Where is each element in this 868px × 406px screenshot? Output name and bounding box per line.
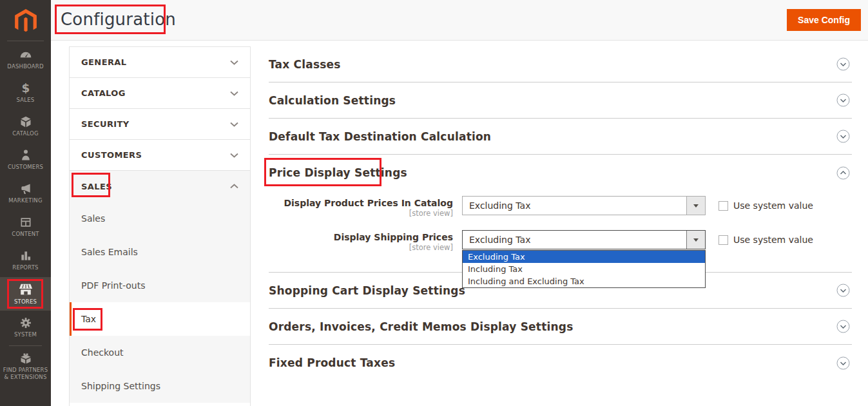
select-value: Excluding Tax	[469, 200, 530, 211]
nav-subitem-label: Shipping Settings	[81, 381, 160, 391]
dashboard-icon	[19, 48, 32, 61]
sidebar-item-label: FIND PARTNERS & EXTENSIONS	[3, 367, 49, 380]
nav-section-catalog[interactable]: CATALOG	[70, 78, 250, 109]
accordion-title: Orders, Invoices, Credit Memos Display S…	[269, 320, 573, 333]
nav-subitem-checkout[interactable]: Checkout	[70, 336, 250, 369]
circle-chevron-up-icon[interactable]	[836, 166, 850, 180]
select-wrap: Excluding Tax	[462, 196, 706, 215]
accordion-title: Calculation Settings	[269, 94, 396, 107]
chevron-down-icon	[230, 60, 238, 65]
nav-section-security[interactable]: SECURITY	[70, 109, 250, 140]
nav-subitem-sales-emails[interactable]: Sales Emails	[70, 235, 250, 269]
chevron-down-icon	[230, 122, 238, 127]
bar-chart-icon	[19, 249, 32, 262]
display-product-prices-select[interactable]: Excluding Tax	[462, 196, 706, 215]
nav-subitem-sales[interactable]: Sales	[70, 202, 250, 235]
use-system-value-checkbox[interactable]	[719, 235, 728, 245]
accordion-fixed-product-taxes[interactable]: Fixed Product Taxes	[269, 345, 852, 381]
circle-chevron-down-icon[interactable]	[836, 320, 850, 333]
sidebar-item-marketing[interactable]: MARKETING	[0, 177, 51, 210]
sidebar-item-dashboard[interactable]: DASHBOARD	[0, 43, 51, 76]
sidebar-item-reports[interactable]: REPORTS	[0, 244, 51, 277]
magento-admin-config-page: DASHBOARD $ SALES CATALOG CUSTOMERS	[0, 0, 868, 406]
sales-subsections: Sales Sales Emails PDF Print-outs Tax Ch…	[70, 202, 250, 403]
page-header: Configuration Save Config	[51, 0, 868, 41]
dollar-icon: $	[19, 82, 32, 95]
nav-subitem-label: Tax	[81, 314, 96, 324]
sidebar-item-customers[interactable]: CUSTOMERS	[0, 143, 51, 177]
checkbox-label: Use system value	[733, 200, 813, 211]
price-display-settings-panel: Display Product Prices In Catalog [store…	[269, 191, 852, 273]
sidebar-item-label: SYSTEM	[3, 331, 49, 338]
gear-icon	[19, 316, 32, 329]
nav-section-label: CATALOG	[81, 88, 126, 98]
accordion-title: Shopping Cart Display Settings	[269, 284, 465, 297]
dropdown-option-including-tax[interactable]: Including Tax	[463, 263, 705, 275]
field-label: Display Product Prices In Catalog	[269, 198, 453, 208]
configuration-nav-panel: GENERAL CATALOG SECURITY CUSTOMERS SALES	[69, 46, 251, 406]
accordion-tax-classes[interactable]: Tax Classes	[269, 46, 852, 82]
circle-chevron-down-icon[interactable]	[836, 356, 850, 370]
field-display-product-prices: Display Product Prices In Catalog [store…	[269, 196, 852, 218]
chevron-down-icon	[230, 153, 238, 158]
nav-subitem-label: PDF Print-outs	[81, 280, 145, 291]
accordion-title: Fixed Product Taxes	[269, 356, 395, 369]
display-shipping-prices-select[interactable]: Excluding Tax	[462, 230, 706, 249]
caret-down-icon	[693, 238, 699, 242]
sidebar-item-system[interactable]: SYSTEM	[0, 311, 51, 344]
sidebar-divider	[9, 345, 42, 346]
shipping-prices-dropdown-list: Excluding Tax Including Tax Including an…	[462, 250, 706, 288]
select-wrap: Excluding Tax Excluding Tax Including Ta…	[462, 230, 706, 249]
sidebar-item-label: STORES	[3, 298, 49, 305]
box-icon	[19, 115, 32, 128]
use-system-value-row: Use system value	[719, 200, 813, 211]
select-arrow-button[interactable]	[686, 197, 705, 215]
person-icon	[19, 149, 32, 162]
nav-section-label: SECURITY	[81, 119, 130, 129]
sidebar-item-label: CONTENT	[3, 231, 49, 238]
accordion-calculation-settings[interactable]: Calculation Settings	[269, 82, 852, 119]
nav-subitem-label: Checkout	[81, 347, 124, 358]
save-config-button[interactable]: Save Config	[787, 9, 861, 31]
page-title: Configuration	[61, 10, 176, 29]
circle-chevron-down-icon[interactable]	[836, 57, 850, 71]
field-label-block: Display Product Prices In Catalog [store…	[269, 196, 453, 218]
magento-logo[interactable]	[0, 0, 51, 41]
sidebar-item-label: DASHBOARD	[3, 63, 49, 70]
checkbox-label: Use system value	[733, 235, 813, 245]
select-arrow-button[interactable]	[686, 231, 705, 249]
nav-section-customers[interactable]: CUSTOMERS	[70, 140, 250, 171]
use-system-value-checkbox[interactable]	[719, 201, 728, 211]
nav-subitem-label: Sales	[81, 213, 105, 224]
circle-chevron-down-icon[interactable]	[836, 93, 850, 107]
svg-text:$: $	[21, 82, 30, 95]
dropdown-option-including-and-excluding-tax[interactable]: Including and Excluding Tax	[463, 275, 705, 287]
circle-chevron-down-icon[interactable]	[836, 284, 850, 297]
caret-down-icon	[693, 204, 699, 208]
sidebar-item-sales[interactable]: $ SALES	[0, 76, 51, 110]
circle-chevron-down-icon[interactable]	[836, 130, 850, 143]
sidebar-item-stores[interactable]: STORES	[0, 277, 51, 311]
nav-subitem-shipping-settings[interactable]: Shipping Settings	[70, 369, 250, 403]
accordion-title: Tax Classes	[269, 58, 341, 71]
chevron-down-icon	[230, 91, 238, 96]
accordion-price-display-settings[interactable]: Price Display Settings	[269, 155, 852, 191]
accordion-title: Default Tax Destination Calculation	[269, 130, 491, 143]
sidebar-item-label: REPORTS	[3, 264, 49, 271]
use-system-value-row: Use system value	[719, 235, 813, 245]
nav-subitem-pdf-print-outs[interactable]: PDF Print-outs	[70, 269, 250, 302]
sidebar-item-label: MARKETING	[3, 197, 49, 204]
nav-section-label: SALES	[81, 182, 112, 191]
admin-sidebar: DASHBOARD $ SALES CATALOG CUSTOMERS	[0, 0, 51, 406]
accordion-default-tax-destination[interactable]: Default Tax Destination Calculation	[269, 119, 852, 155]
nav-section-general[interactable]: GENERAL	[70, 47, 250, 78]
nav-subitem-label: Sales Emails	[81, 247, 138, 257]
accordion-orders-invoices-credit-memos[interactable]: Orders, Invoices, Credit Memos Display S…	[269, 309, 852, 345]
sidebar-item-find-partners[interactable]: FIND PARTNERS & EXTENSIONS	[0, 347, 51, 385]
nav-section-sales[interactable]: SALES	[70, 171, 250, 202]
dropdown-option-excluding-tax[interactable]: Excluding Tax	[463, 251, 705, 263]
nav-subitem-tax[interactable]: Tax	[70, 302, 250, 336]
tax-settings-content: Tax Classes Calculation Settings Default…	[269, 46, 852, 381]
sidebar-item-content[interactable]: CONTENT	[0, 210, 51, 244]
sidebar-item-catalog[interactable]: CATALOG	[0, 110, 51, 143]
